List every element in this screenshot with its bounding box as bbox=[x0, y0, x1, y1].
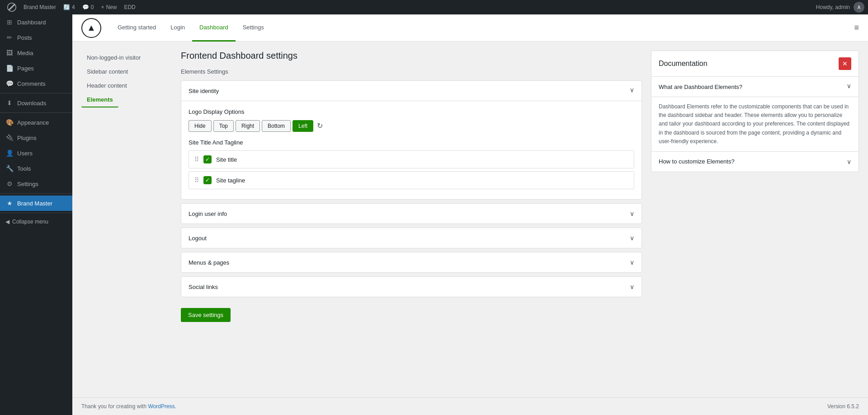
adminbar-howdy[interactable]: Howdy, admin A bbox=[816, 2, 864, 13]
plugin-logo: ▲ bbox=[81, 18, 101, 38]
sidebar-divider-3 bbox=[0, 193, 72, 194]
doc-accordion-how-to-customize-header[interactable]: How to customize Elements? ∨ bbox=[651, 152, 859, 172]
nav-item-settings[interactable]: Settings bbox=[236, 14, 271, 42]
accordion-menus-pages-header[interactable]: Menus & pages ∨ bbox=[181, 252, 642, 272]
accordion-logout: Logout ∨ bbox=[181, 228, 642, 248]
sidebar-item-tools[interactable]: 🔧 Tools bbox=[0, 161, 72, 176]
accordion-social-links-title: Social links bbox=[189, 284, 218, 290]
brand-master-icon: ★ bbox=[5, 199, 14, 207]
logo-btn-top[interactable]: Top bbox=[213, 120, 234, 132]
logo-btn-right[interactable]: Right bbox=[236, 120, 260, 132]
chevron-down-icon-social: ∨ bbox=[630, 283, 634, 290]
adminbar-updates[interactable]: 🔄 4 bbox=[60, 0, 79, 14]
admin-avatar: A bbox=[854, 2, 864, 13]
adminbar-comments[interactable]: 💬 0 bbox=[79, 0, 98, 14]
tools-icon: 🔧 bbox=[5, 164, 14, 173]
pages-icon: 📄 bbox=[5, 64, 14, 72]
nav-item-getting-started[interactable]: Getting started bbox=[110, 14, 163, 42]
sidebar-item-dashboard[interactable]: ⊞ Dashboard bbox=[0, 14, 72, 30]
drag-handle-site-tagline[interactable]: ⠿ bbox=[194, 177, 199, 184]
checkbox-site-title[interactable]: ✓ bbox=[203, 155, 212, 163]
doc-accordion-how-to-customize: How to customize Elements? ∨ bbox=[651, 152, 859, 172]
updates-icon: 🔄 bbox=[63, 4, 70, 10]
plugin-header: ▲ Getting started Login Dashboard Settin… bbox=[72, 14, 868, 42]
left-nav-sidebar-content[interactable]: Sidebar content bbox=[81, 65, 172, 79]
page-title: Frontend Dashboard settings bbox=[181, 51, 642, 61]
left-nav-non-logged-in[interactable]: Non-logged-in visitor bbox=[81, 51, 172, 65]
checkbox-site-tagline[interactable]: ✓ bbox=[203, 176, 212, 184]
doc-chevron-down-icon: ∨ bbox=[847, 158, 851, 165]
logo-display-label: Logo Display Options bbox=[189, 108, 634, 115]
appearance-icon: 🎨 bbox=[5, 118, 14, 126]
admin-bar: Brand Master 🔄 4 💬 0 + New EDD Howdy, ad… bbox=[0, 0, 868, 14]
chevron-down-icon-login: ∨ bbox=[630, 210, 634, 217]
doc-section-1-title: What are Dashboard Elements? bbox=[659, 84, 742, 90]
doc-title: Documentation bbox=[659, 60, 708, 68]
footer: Thank you for creating with WordPress. V… bbox=[72, 397, 868, 415]
drag-handle-site-title[interactable]: ⠿ bbox=[194, 156, 199, 163]
media-icon: 🖼 bbox=[5, 49, 14, 57]
sidebar-item-comments[interactable]: 💬 Comments bbox=[0, 76, 72, 91]
accordion-login-user-info-title: Login user info bbox=[189, 210, 227, 217]
sidebar-divider-4 bbox=[0, 213, 72, 213]
sidebar-item-settings[interactable]: ⚙ Settings bbox=[0, 176, 72, 191]
accordion-site-identity-title: Site identity bbox=[189, 88, 219, 94]
wordpress-link[interactable]: WordPress. bbox=[148, 403, 176, 410]
doc-section-1-body: Dashboard Elements refer to the customiz… bbox=[651, 97, 859, 151]
doc-header: Documentation ✕ bbox=[651, 51, 859, 76]
sidebar: ⊞ Dashboard ✏ Posts 🖼 Media 📄 Pages 💬 Co… bbox=[0, 14, 72, 415]
comments-nav-icon: 💬 bbox=[5, 79, 14, 88]
hamburger-icon[interactable]: ≡ bbox=[854, 23, 859, 32]
doc-accordion-what-are-elements: What are Dashboard Elements? ∧ Dashboard… bbox=[651, 76, 859, 152]
settings-icon: ⚙ bbox=[5, 180, 14, 188]
nav-item-dashboard[interactable]: Dashboard bbox=[192, 14, 236, 42]
doc-section-2-title: How to customize Elements? bbox=[659, 158, 735, 165]
collapse-icon: ◀ bbox=[5, 219, 9, 225]
sidebar-item-downloads[interactable]: ⬇ Downloads bbox=[0, 95, 72, 111]
doc-accordion-what-are-elements-header[interactable]: What are Dashboard Elements? ∧ bbox=[651, 77, 859, 97]
plugin-header-right: ≡ bbox=[854, 23, 859, 33]
content-area: Non-logged-in visitor Sidebar content He… bbox=[72, 42, 868, 397]
main-content: ▲ Getting started Login Dashboard Settin… bbox=[72, 14, 868, 415]
nav-item-login[interactable]: Login bbox=[163, 14, 192, 42]
refresh-button[interactable]: ↻ bbox=[315, 120, 325, 132]
posts-icon: ✏ bbox=[5, 33, 14, 42]
logo-btn-left[interactable]: Left bbox=[292, 120, 313, 132]
accordion-logout-header[interactable]: Logout ∨ bbox=[181, 228, 642, 248]
sidebar-item-plugins[interactable]: 🔌 Plugins bbox=[0, 130, 72, 145]
collapse-menu-button[interactable]: ◀ Collapse menu bbox=[0, 215, 72, 228]
sidebar-item-brand-master[interactable]: ★ Brand Master bbox=[0, 196, 72, 211]
chevron-down-icon-logout: ∨ bbox=[630, 234, 634, 242]
sidebar-item-media[interactable]: 🖼 Media bbox=[0, 45, 72, 61]
accordion-site-identity-header[interactable]: Site identity ∧ bbox=[181, 81, 642, 101]
main-panel: Frontend Dashboard settings Elements Set… bbox=[181, 51, 642, 388]
dashboard-icon: ⊞ bbox=[5, 18, 14, 26]
sidebar-item-users[interactable]: 👤 Users bbox=[0, 145, 72, 161]
chevron-up-icon: ∧ bbox=[630, 87, 634, 94]
doc-section-1-content: Dashboard Elements refer to the customiz… bbox=[659, 103, 851, 146]
footer-text: Thank you for creating with WordPress. bbox=[81, 403, 176, 410]
sidebar-divider bbox=[0, 93, 72, 93]
site-title-tagline-label: Site Title And Tagline bbox=[189, 139, 634, 146]
adminbar-wp-logo[interactable] bbox=[4, 0, 20, 14]
chevron-down-icon-menus: ∨ bbox=[630, 259, 634, 266]
adminbar-new[interactable]: + New bbox=[97, 0, 120, 14]
logo-btn-hide[interactable]: Hide bbox=[189, 120, 212, 132]
sidebar-item-pages[interactable]: 📄 Pages bbox=[0, 61, 72, 76]
downloads-icon: ⬇ bbox=[5, 99, 14, 107]
sidebar-item-posts[interactable]: ✏ Posts bbox=[0, 30, 72, 45]
left-nav-header-content[interactable]: Header content bbox=[81, 79, 172, 93]
accordion-login-user-info: Login user info ∨ bbox=[181, 203, 642, 224]
elements-settings-label: Elements Settings bbox=[181, 68, 642, 75]
plugin-nav: Getting started Login Dashboard Settings bbox=[110, 14, 854, 42]
comments-icon: 💬 bbox=[82, 4, 89, 10]
sidebar-item-appearance[interactable]: 🎨 Appearance bbox=[0, 115, 72, 130]
accordion-login-user-info-header[interactable]: Login user info ∨ bbox=[181, 204, 642, 224]
left-nav-elements[interactable]: Elements bbox=[81, 93, 118, 107]
save-settings-button[interactable]: Save settings bbox=[181, 308, 231, 322]
adminbar-edd[interactable]: EDD bbox=[120, 0, 139, 14]
adminbar-site-name[interactable]: Brand Master bbox=[20, 0, 60, 14]
logo-btn-bottom[interactable]: Bottom bbox=[262, 120, 291, 132]
doc-close-button[interactable]: ✕ bbox=[839, 57, 851, 70]
accordion-social-links-header[interactable]: Social links ∨ bbox=[181, 277, 642, 297]
